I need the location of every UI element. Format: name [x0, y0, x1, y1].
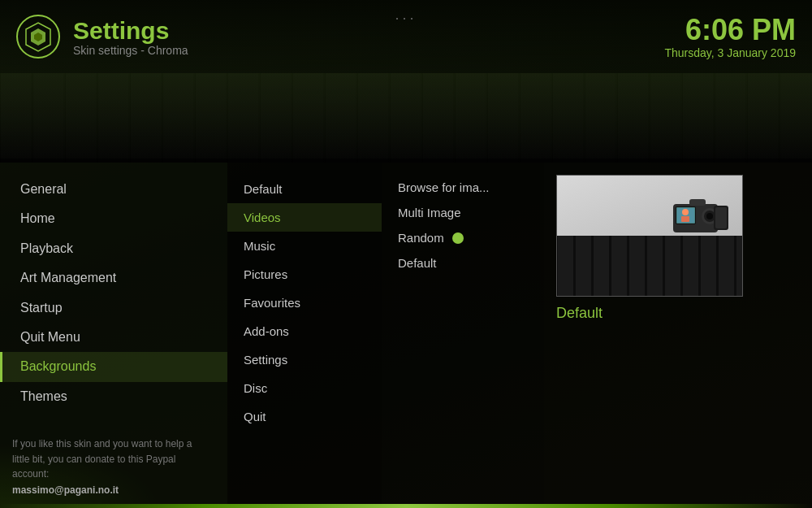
svg-point-8 — [682, 209, 689, 215]
menu-item-home[interactable]: Home — [0, 204, 227, 233]
menu-item-playback[interactable]: Playback — [0, 234, 227, 263]
submenu-addons[interactable]: Add-ons — [227, 317, 382, 345]
submenu-settings[interactable]: Settings — [227, 345, 382, 374]
main-content: General Home Playback Art Management Sta… — [0, 163, 812, 508]
main-menu-panel: General Home Playback Art Management Sta… — [0, 163, 227, 508]
option-random[interactable]: Random — [382, 225, 544, 250]
three-dots: ... — [395, 7, 417, 24]
svg-point-12 — [706, 213, 713, 219]
menu-item-themes[interactable]: Themes — [0, 382, 227, 411]
app-title: Settings — [73, 17, 664, 44]
submenu-disc[interactable]: Disc — [227, 374, 382, 402]
svg-rect-15 — [715, 207, 727, 228]
camera-image — [669, 188, 734, 245]
donation-block: If you like this skin and you want to he… — [12, 436, 211, 496]
current-time: 6:06 PM — [664, 14, 796, 46]
option-random-label: Random — [398, 231, 444, 245]
radio-selected-dot — [452, 232, 464, 244]
option-default[interactable]: Default — [382, 250, 544, 276]
menu-item-startup[interactable]: Startup — [0, 293, 227, 323]
submenu-quit[interactable]: Quit — [227, 402, 382, 431]
menu-item-quit-menu[interactable]: Quit Menu — [0, 323, 227, 352]
header-titles: Settings Skin settings - Chroma — [73, 17, 664, 57]
svg-rect-13 — [689, 199, 706, 206]
submenu-favourites[interactable]: Favourites — [227, 289, 382, 317]
preview-panel: Default — [544, 163, 812, 508]
header-time-block: 6:06 PM Thursday, 3 January 2019 — [664, 14, 796, 59]
camera-scene — [557, 176, 742, 296]
submenu-pictures[interactable]: Pictures — [227, 260, 382, 289]
menu-item-general[interactable]: General — [0, 175, 227, 204]
donation-email: massimo@pagani.no.it — [12, 484, 211, 496]
menu-item-backgrounds[interactable]: Backgrounds — [0, 352, 227, 381]
menu-item-art-management[interactable]: Art Management — [0, 263, 227, 293]
submenu-panel: Default Videos Music Pictures Favourites… — [227, 163, 382, 508]
submenu-default[interactable]: Default — [227, 175, 382, 203]
current-date: Thursday, 3 January 2019 — [664, 46, 796, 59]
option-multi-image[interactable]: Multi Image — [382, 200, 544, 225]
preview-image — [556, 175, 743, 297]
donation-text: If you like this skin and you want to he… — [12, 436, 211, 482]
app-subtitle: Skin settings - Chroma — [73, 44, 664, 57]
option-browse[interactable]: Browse for ima... — [382, 175, 544, 200]
app-logo — [16, 15, 61, 59]
green-accent-bar — [0, 504, 812, 508]
svg-rect-9 — [681, 216, 689, 222]
options-panel: Browse for ima... Multi Image Random Def… — [382, 163, 544, 508]
submenu-music[interactable]: Music — [227, 232, 382, 260]
preview-label: Default — [556, 305, 800, 322]
submenu-videos[interactable]: Videos — [227, 203, 382, 232]
